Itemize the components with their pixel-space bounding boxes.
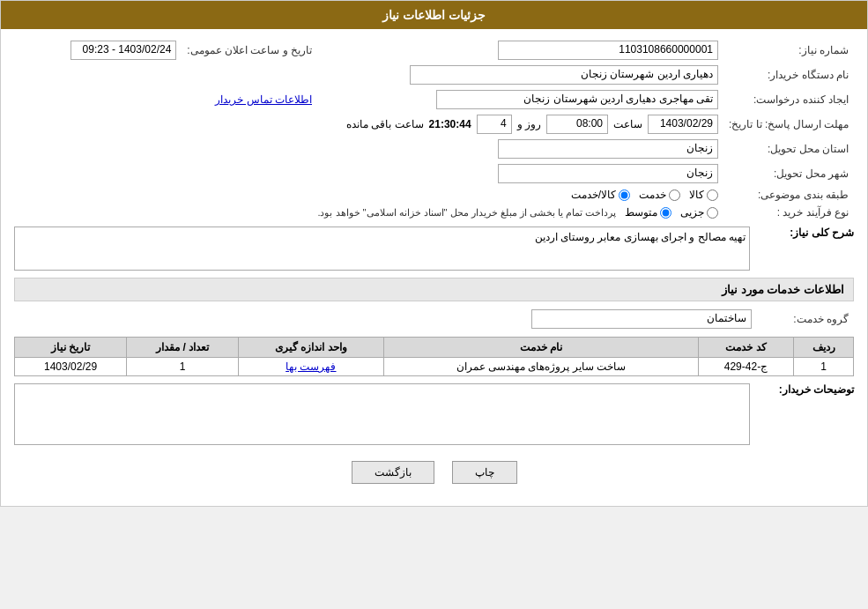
buyer-notes-section: توضیحات خریدار:: [14, 383, 854, 445]
province-value: زنجان: [14, 137, 723, 161]
cell-row-num: 1: [794, 358, 854, 376]
buyer-org-label: نام دستگاه خریدار:: [723, 63, 854, 87]
deadline-days-label: روز و: [517, 118, 541, 130]
purchase-type-note: پرداخت تمام یا بخشی از مبلغ خریدار محل "…: [317, 207, 616, 219]
purchase-type-label: نوع فرآیند خرید :: [723, 204, 854, 221]
buyer-notes-label: توضیحات خریدار:: [757, 383, 854, 396]
category-options: کالا خدمت کالا/خدمت: [14, 186, 723, 204]
buyer-org-row: نام دستگاه خریدار: دهیاری اردین شهرستان …: [14, 63, 854, 87]
need-number-label: شماره نیاز:: [723, 38, 854, 63]
deadline-days-field: 4: [477, 115, 512, 134]
print-button[interactable]: چاپ: [452, 461, 517, 484]
deadline-date-field: 1403/02/29: [648, 115, 718, 134]
deadline-remaining-label: ساعت باقی مانده: [346, 118, 424, 130]
category-kala-text: کالا: [689, 189, 704, 201]
need-number-field: 1103108660000001: [498, 41, 718, 60]
purchase-type-jozee-radio[interactable]: [707, 207, 718, 219]
page-container: جزئیات اطلاعات نیاز شماره نیاز: 11031086…: [0, 0, 868, 507]
table-row: 1 ج-42-429 ساخت سایر پروژه‌های مهندسی عم…: [15, 358, 854, 376]
service-group-table: گروه خدمت: ساختمان: [14, 307, 854, 331]
announce-date-value: 1403/02/24 - 09:23: [14, 38, 182, 63]
services-header-row: ردیف کد خدمت نام خدمت واحد اندازه گیری ت…: [15, 338, 854, 358]
cell-service-code: ج-42-429: [698, 358, 793, 376]
province-label: استان محل تحویل:: [723, 137, 854, 161]
page-title: جزئیات اطلاعات نیاز: [382, 8, 486, 22]
purchase-type-options: جزیی متوسط پرداخت تمام یا بخشی از مبلغ خ…: [14, 204, 723, 221]
service-group-row: گروه خدمت: ساختمان: [14, 307, 854, 331]
buyer-org-value: دهیاری اردین شهرستان زنجان: [14, 63, 723, 87]
need-description-box: تهیه مصالح و اجرای بهسازی معابر روستای ا…: [14, 227, 750, 271]
cell-quantity: 1: [127, 358, 239, 376]
deadline-time-label: ساعت: [613, 118, 642, 130]
purchase-type-jozee-text: جزیی: [680, 206, 704, 219]
deadline-row-inner: 1403/02/29 ساعت 08:00 روز و 4 21:30:44 س…: [19, 115, 718, 134]
announce-date-field: 1403/02/24 - 09:23: [70, 41, 176, 60]
category-khedmat-text: خدمت: [639, 189, 666, 201]
contact-link[interactable]: اطلاعات تماس خریدار: [215, 93, 312, 106]
purchase-type-mottavaset-label[interactable]: متوسط: [625, 206, 671, 219]
category-row: طبقه بندی موضوعی: کالا خدمت: [14, 186, 854, 204]
category-kala-radio[interactable]: [707, 189, 718, 201]
purchase-type-jozee-label[interactable]: جزیی: [680, 206, 718, 219]
col-quantity: تعداد / مقدار: [127, 338, 239, 358]
col-row-num: ردیف: [794, 338, 854, 358]
service-group-field: ساختمان: [531, 309, 752, 329]
buyer-org-field: دهیاری اردین شهرستان زنجان: [410, 65, 718, 85]
province-row: استان محل تحویل: زنجان: [14, 137, 854, 161]
page-header: جزئیات اطلاعات نیاز: [1, 1, 867, 29]
category-khedmat-label[interactable]: خدمت: [639, 189, 680, 201]
need-description-value: تهیه مصالح و اجرای بهسازی معابر روستای ا…: [535, 231, 746, 243]
main-content: شماره نیاز: 1103108660000001 تاریخ و ساع…: [1, 29, 867, 506]
service-group-label: گروه خدمت:: [757, 307, 854, 331]
category-kala-khedmat-radio[interactable]: [619, 189, 630, 201]
deadline-row: مهلت ارسال پاسخ: تا تاریخ: 1403/02/29 سا…: [14, 112, 854, 137]
category-kala-khedmat-text: کالا/خدمت: [571, 189, 616, 201]
col-service-name: نام خدمت: [383, 338, 698, 358]
city-label: شهر محل تحویل:: [723, 161, 854, 186]
category-radio-group: کالا خدمت کالا/خدمت: [19, 189, 718, 201]
services-table: ردیف کد خدمت نام خدمت واحد اندازه گیری ت…: [14, 337, 854, 376]
category-kala-khedmat-label[interactable]: کالا/خدمت: [571, 189, 630, 201]
purchase-type-mottavaset-radio[interactable]: [660, 207, 671, 219]
category-label: طبقه بندی موضوعی:: [723, 186, 854, 204]
purchase-type-radio-group: جزیی متوسط پرداخت تمام یا بخشی از مبلغ خ…: [19, 206, 718, 219]
button-row: بازگشت چاپ: [14, 452, 854, 497]
col-need-date: تاریخ نیاز: [15, 338, 127, 358]
deadline-fields: 1403/02/29 ساعت 08:00 روز و 4 21:30:44 س…: [14, 112, 723, 137]
purchase-type-mottavaset-text: متوسط: [625, 206, 657, 219]
services-section-title: اطلاعات خدمات مورد نیاز: [14, 278, 854, 301]
buyer-notes-box: [14, 383, 750, 445]
col-service-code: کد خدمت: [698, 338, 793, 358]
need-description-section: شرح کلی نیاز: تهیه مصالح و اجرای بهسازی …: [14, 227, 854, 271]
service-group-value: ساختمان: [14, 307, 757, 331]
province-field: زنجان: [498, 139, 718, 159]
deadline-time-field: 08:00: [546, 115, 608, 134]
need-number-row: شماره نیاز: 1103108660000001 تاریخ و ساع…: [14, 38, 854, 63]
deadline-label: مهلت ارسال پاسخ: تا تاریخ:: [723, 112, 854, 137]
services-table-header: ردیف کد خدمت نام خدمت واحد اندازه گیری ت…: [15, 338, 854, 358]
creator-value: تقی مهاجری دهیاری اردین شهرستان زنجان: [317, 87, 723, 112]
city-field: زنجان: [498, 164, 718, 183]
city-row: شهر محل تحویل: زنجان: [14, 161, 854, 186]
creator-label: ایجاد کننده درخواست:: [723, 87, 854, 112]
cell-need-date: 1403/02/29: [15, 358, 127, 376]
deadline-remaining-value: 21:30:44: [429, 118, 471, 130]
city-value: زنجان: [14, 161, 723, 186]
purchase-type-row: نوع فرآیند خرید : جزیی متوسط پرداخت تمام…: [14, 204, 854, 221]
category-kala-label[interactable]: کالا: [689, 189, 718, 201]
cell-unit[interactable]: فهرست بها: [239, 358, 384, 376]
services-table-body: 1 ج-42-429 ساخت سایر پروژه‌های مهندسی عم…: [15, 358, 854, 376]
creator-row: ایجاد کننده درخواست: تقی مهاجری دهیاری ا…: [14, 87, 854, 112]
need-description-label: شرح کلی نیاز:: [757, 227, 854, 239]
col-unit: واحد اندازه گیری: [239, 338, 384, 358]
need-number-value: 1103108660000001: [352, 38, 723, 63]
category-khedmat-radio[interactable]: [669, 189, 680, 201]
creator-field: تقی مهاجری دهیاری اردین شهرستان زنجان: [436, 90, 718, 109]
announce-date-label: تاریخ و ساعت اعلان عمومی:: [182, 38, 317, 63]
back-button[interactable]: بازگشت: [352, 461, 434, 484]
cell-service-name: ساخت سایر پروژه‌های مهندسی عمران: [383, 358, 698, 376]
info-table: شماره نیاز: 1103108660000001 تاریخ و ساع…: [14, 38, 854, 221]
